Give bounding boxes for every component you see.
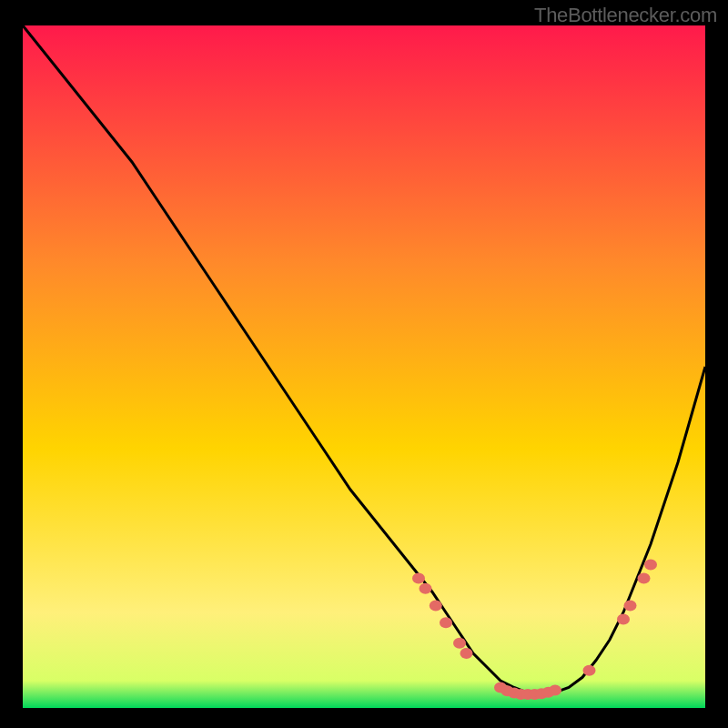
data-marker <box>430 601 442 612</box>
gradient-background <box>23 25 705 708</box>
data-marker <box>583 665 596 676</box>
data-marker <box>638 573 651 584</box>
bottleneck-chart <box>23 25 705 708</box>
chart-frame <box>23 25 705 708</box>
data-marker <box>617 614 630 625</box>
data-marker <box>460 648 473 659</box>
data-marker <box>453 638 466 649</box>
data-marker <box>624 601 637 612</box>
data-marker <box>549 685 561 696</box>
attribution-text: TheBottlenecker.com <box>534 4 717 27</box>
data-marker <box>644 560 657 571</box>
data-marker <box>440 617 452 628</box>
data-marker <box>412 573 425 584</box>
data-marker <box>420 583 432 594</box>
